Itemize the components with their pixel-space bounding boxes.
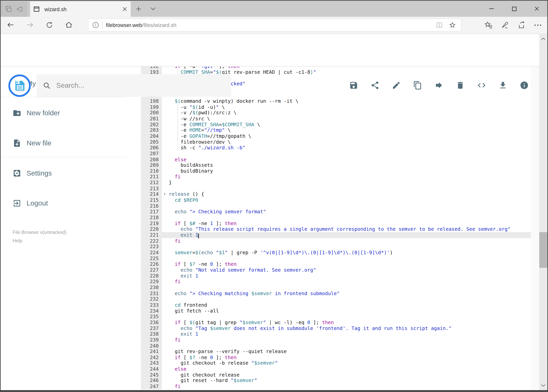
code-line-206[interactable]: 206 sh -c "./wizard.sh -b" (141, 145, 531, 151)
code-line-220[interactable]: 220 echo "This release script requires a… (141, 226, 531, 232)
code-line-216[interactable]: 216 (141, 203, 531, 209)
code-line-198[interactable]: 198 $(command -v winpty) docker run --rm… (141, 98, 531, 104)
code-line-221[interactable]: 221 exit 1 (141, 232, 531, 238)
scrollbar-thumb[interactable] (539, 232, 547, 268)
search-bar[interactable] (37, 74, 231, 97)
share-button[interactable] (371, 81, 380, 90)
hub-favorites-icon[interactable] (484, 21, 493, 29)
floppy-disk-logo[interactable] (8, 74, 31, 97)
code-line-205[interactable]: 205 filebrowser/dev \ (141, 139, 531, 145)
favorite-star-icon[interactable] (449, 21, 456, 29)
scroll-down-icon[interactable] (539, 381, 547, 389)
back-icon[interactable] (5, 19, 16, 30)
code-line-226[interactable]: 226 if [ $? -ne 0 ]; then (141, 261, 531, 267)
code-line-204[interactable]: 204 -e GOPATH=//tmp/gopath \ (141, 133, 531, 139)
tab-preview-icon[interactable] (5, 5, 12, 13)
set-tabs-aside-icon[interactable] (16, 5, 23, 13)
code-line-243[interactable]: 243 git checkout -b release "$semver" (141, 360, 531, 366)
more-ellipsis-icon[interactable] (534, 24, 542, 26)
code-line-215[interactable]: 215 cd $REPO (141, 197, 531, 203)
code-line-237[interactable]: 237 echo "Tag $semver does not exist in … (141, 325, 531, 331)
browser-actions (484, 16, 544, 34)
scroll-up-icon[interactable] (539, 35, 547, 43)
code-line-233[interactable]: 233 cd frontend (141, 302, 531, 308)
code-line-228[interactable]: 228 exit 1 (141, 273, 531, 279)
code-line-225[interactable]: 225 (141, 255, 531, 261)
code-editor[interactable]: 192 if [ -d ".git" ]; then193 COMMIT_SHA… (141, 66, 531, 390)
code-line-222[interactable]: 222 fi (141, 238, 531, 244)
code-line-217[interactable]: 217 echo "> Checking semver format" (141, 209, 531, 215)
save-button[interactable] (349, 81, 358, 90)
code-line-201[interactable]: 201 -w //src \ (141, 116, 531, 121)
sidebar-item-settings[interactable]: Settings (0, 164, 129, 182)
code-line-211[interactable]: 211 fi (141, 174, 531, 180)
code-line-200[interactable]: 200 -v /$(pwd):/src:z \ (141, 110, 531, 116)
code-line-234[interactable]: 234 git fetch --all (141, 308, 531, 314)
indent-guide (177, 145, 178, 151)
refresh-icon[interactable] (43, 19, 55, 30)
code-line-244[interactable]: 244 else (141, 366, 531, 372)
search-input[interactable] (55, 81, 231, 90)
minimize-button[interactable] (484, 1, 499, 17)
copy-button[interactable] (413, 81, 422, 90)
code-line-239[interactable]: 239 fi (141, 337, 531, 343)
code-line-214[interactable]: 214▾release () { (141, 191, 531, 197)
code-line-242[interactable]: 242 if [ $? -ne 0 ]; then (141, 354, 531, 360)
address-bar[interactable]: filebrowser.web/files/wizard.sh (88, 19, 461, 32)
code-line-192[interactable]: 192 if [ -d ".git" ]; then (141, 66, 531, 69)
code-line-218[interactable]: 218 (141, 215, 531, 221)
sidebar-item-new-file[interactable]: New file (0, 134, 129, 152)
code-line-224[interactable]: 224 semver=$(echo "$1" | grep -P '^v(0|[… (141, 250, 531, 255)
code-line-241[interactable]: 241 git rev-parse --verify --quiet relea… (141, 349, 531, 354)
code-line-219[interactable]: 219 if [ $# -ne 1 ]; then (141, 221, 531, 226)
code-line-203[interactable]: 203 -e HOME="//tmp" \ (141, 127, 531, 133)
forward-button[interactable] (434, 81, 443, 90)
code-line-230[interactable]: 230 (141, 285, 531, 290)
close-tab-icon[interactable] (122, 7, 127, 12)
code-line-223[interactable]: 223 (141, 244, 531, 250)
new-tab-icon[interactable] (133, 4, 143, 14)
code-line-235[interactable]: 235 (141, 314, 531, 320)
tab-menu-chevron-icon[interactable] (148, 4, 158, 14)
code-line-199[interactable]: 199 -u "$(id -u)" \ (141, 104, 531, 110)
browser-tab[interactable]: wizard.sh (30, 1, 131, 17)
code-line-231[interactable]: 231 echo "> Checking matching $semver in… (141, 290, 531, 296)
code-line-207[interactable]: 207 (141, 151, 531, 157)
info-button[interactable] (520, 81, 529, 90)
forward-icon[interactable] (24, 19, 36, 30)
url-text[interactable]: filebrowser.web/files/wizard.sh (106, 22, 436, 28)
code-line-202[interactable]: 202 -e COMMIT_SHA=$COMMIT_SHA \ (141, 121, 531, 127)
code-line-247[interactable]: 247 fi (141, 384, 531, 389)
fold-arrow-icon[interactable]: ▾ (162, 191, 167, 197)
code-line-232[interactable]: 232 (141, 296, 531, 302)
search-icon (43, 82, 51, 89)
code-line-238[interactable]: 238 exit 1 (141, 331, 531, 337)
code-line-240[interactable]: 240 (141, 343, 531, 349)
code-line-212[interactable]: 212} (141, 180, 531, 186)
close-window-button[interactable] (529, 1, 545, 17)
delete-button[interactable] (456, 81, 465, 90)
code-line-209[interactable]: 209 buildAssets (141, 162, 531, 168)
annotate-pen-icon[interactable] (501, 21, 509, 29)
fold-gutter (162, 139, 167, 145)
help-link[interactable]: Help (13, 237, 22, 245)
code-line-245[interactable]: 245 git checkout release (141, 372, 531, 378)
download-button[interactable] (498, 81, 507, 90)
code-line-236[interactable]: 236 if [ $(git tag | grep "$semver" | wc… (141, 320, 531, 325)
code-line-213[interactable]: 213 (141, 186, 531, 191)
code-line-227[interactable]: 227 echo "Not valid semver format. See s… (141, 267, 531, 273)
code-line-229[interactable]: 229 fi (141, 279, 531, 285)
code-line-210[interactable]: 210 buildBinary (141, 168, 531, 174)
site-info-icon[interactable] (88, 22, 102, 28)
home-icon[interactable] (63, 19, 75, 30)
code-button[interactable] (477, 81, 486, 90)
code-line-208[interactable]: 208 else (141, 156, 531, 162)
maximize-button[interactable] (506, 1, 522, 17)
code-line-246[interactable]: 246 git reset --hard "$semver" (141, 378, 531, 384)
share-icon[interactable] (518, 21, 526, 29)
sidebar-item-new-folder[interactable]: New folder (0, 104, 129, 122)
reading-view-icon[interactable] (436, 22, 443, 28)
sidebar-item-logout[interactable]: Logout (0, 194, 129, 212)
edit-button[interactable] (392, 81, 401, 90)
browser-scrollbar[interactable] (539, 34, 547, 390)
